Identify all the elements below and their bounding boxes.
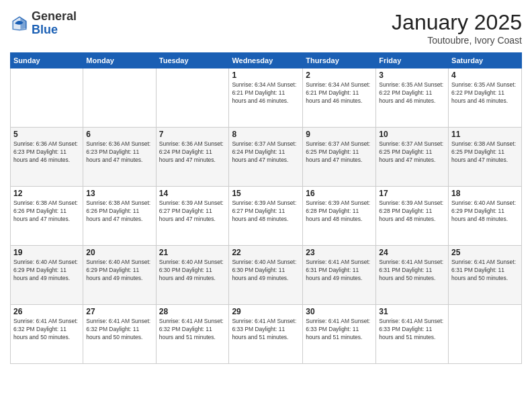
day-info: Sunrise: 6:41 AM Sunset: 6:32 PM Dayligh… bbox=[86, 318, 152, 342]
day-info: Sunrise: 6:40 AM Sunset: 6:29 PM Dayligh… bbox=[86, 259, 152, 283]
day-number: 21 bbox=[159, 248, 226, 257]
calendar-cell bbox=[449, 305, 522, 364]
day-number: 4 bbox=[451, 71, 519, 80]
calendar-cell: 5Sunrise: 6:36 AM Sunset: 6:23 PM Daylig… bbox=[11, 128, 83, 187]
weekday-friday: Friday bbox=[376, 53, 449, 68]
day-info: Sunrise: 6:41 AM Sunset: 6:33 PM Dayligh… bbox=[306, 318, 373, 342]
day-info: Sunrise: 6:41 AM Sunset: 6:31 PM Dayligh… bbox=[451, 259, 519, 283]
calendar-table: SundayMondayTuesdayWednesdayThursdayFrid… bbox=[10, 52, 522, 364]
day-number: 13 bbox=[86, 189, 152, 198]
day-info: Sunrise: 6:37 AM Sunset: 6:24 PM Dayligh… bbox=[232, 140, 300, 165]
week-row-1: 5Sunrise: 6:36 AM Sunset: 6:23 PM Daylig… bbox=[11, 128, 522, 187]
calendar-cell bbox=[11, 68, 83, 128]
calendar-cell: 11Sunrise: 6:38 AM Sunset: 6:25 PM Dayli… bbox=[449, 128, 522, 187]
day-number: 28 bbox=[159, 307, 226, 316]
calendar-cell: 22Sunrise: 6:40 AM Sunset: 6:30 PM Dayli… bbox=[229, 246, 303, 305]
calendar-cell: 31Sunrise: 6:41 AM Sunset: 6:33 PM Dayli… bbox=[376, 305, 449, 364]
location-subtitle: Toutoubre, Ivory Coast bbox=[392, 35, 522, 46]
day-number: 26 bbox=[13, 307, 80, 316]
calendar-cell bbox=[156, 68, 229, 128]
calendar-cell: 14Sunrise: 6:39 AM Sunset: 6:27 PM Dayli… bbox=[156, 187, 229, 246]
calendar-cell: 23Sunrise: 6:41 AM Sunset: 6:31 PM Dayli… bbox=[303, 246, 376, 305]
weekday-thursday: Thursday bbox=[303, 53, 376, 68]
day-number: 22 bbox=[232, 248, 300, 257]
day-number: 29 bbox=[232, 307, 300, 316]
day-info: Sunrise: 6:40 AM Sunset: 6:30 PM Dayligh… bbox=[159, 259, 226, 283]
calendar-cell: 17Sunrise: 6:39 AM Sunset: 6:28 PM Dayli… bbox=[376, 187, 449, 246]
day-number: 10 bbox=[379, 130, 445, 139]
day-info: Sunrise: 6:34 AM Sunset: 6:21 PM Dayligh… bbox=[232, 81, 300, 105]
day-info: Sunrise: 6:38 AM Sunset: 6:26 PM Dayligh… bbox=[13, 199, 80, 224]
day-number: 15 bbox=[232, 189, 300, 198]
day-info: Sunrise: 6:37 AM Sunset: 6:25 PM Dayligh… bbox=[306, 140, 373, 165]
calendar-cell: 16Sunrise: 6:39 AM Sunset: 6:28 PM Dayli… bbox=[303, 187, 376, 246]
day-info: Sunrise: 6:41 AM Sunset: 6:32 PM Dayligh… bbox=[159, 318, 226, 342]
day-number: 31 bbox=[379, 307, 445, 316]
day-info: Sunrise: 6:41 AM Sunset: 6:31 PM Dayligh… bbox=[306, 259, 373, 283]
day-number: 30 bbox=[306, 307, 373, 316]
day-info: Sunrise: 6:36 AM Sunset: 6:23 PM Dayligh… bbox=[86, 140, 152, 165]
calendar-cell: 25Sunrise: 6:41 AM Sunset: 6:31 PM Dayli… bbox=[449, 246, 522, 305]
calendar-cell: 3Sunrise: 6:35 AM Sunset: 6:22 PM Daylig… bbox=[376, 68, 449, 128]
day-info: Sunrise: 6:38 AM Sunset: 6:26 PM Dayligh… bbox=[86, 199, 152, 224]
calendar-cell: 29Sunrise: 6:41 AM Sunset: 6:33 PM Dayli… bbox=[229, 305, 303, 364]
calendar-cell: 30Sunrise: 6:41 AM Sunset: 6:33 PM Dayli… bbox=[303, 305, 376, 364]
calendar-cell: 7Sunrise: 6:36 AM Sunset: 6:24 PM Daylig… bbox=[156, 128, 229, 187]
day-number: 25 bbox=[451, 248, 519, 257]
day-info: Sunrise: 6:40 AM Sunset: 6:29 PM Dayligh… bbox=[13, 259, 80, 283]
day-number: 23 bbox=[306, 248, 373, 257]
calendar-cell: 24Sunrise: 6:41 AM Sunset: 6:31 PM Dayli… bbox=[376, 246, 449, 305]
calendar-cell: 18Sunrise: 6:40 AM Sunset: 6:29 PM Dayli… bbox=[449, 187, 522, 246]
day-info: Sunrise: 6:41 AM Sunset: 6:33 PM Dayligh… bbox=[379, 318, 445, 342]
day-info: Sunrise: 6:37 AM Sunset: 6:25 PM Dayligh… bbox=[379, 140, 445, 165]
day-info: Sunrise: 6:40 AM Sunset: 6:29 PM Dayligh… bbox=[451, 199, 519, 224]
weekday-wednesday: Wednesday bbox=[229, 53, 303, 68]
day-info: Sunrise: 6:39 AM Sunset: 6:28 PM Dayligh… bbox=[306, 199, 373, 224]
month-title: January 2025 bbox=[392, 10, 522, 35]
calendar-cell: 19Sunrise: 6:40 AM Sunset: 6:29 PM Dayli… bbox=[11, 246, 83, 305]
day-number: 5 bbox=[13, 130, 80, 139]
weekday-tuesday: Tuesday bbox=[156, 53, 229, 68]
day-number: 12 bbox=[13, 189, 80, 198]
day-number: 18 bbox=[451, 189, 519, 198]
day-info: Sunrise: 6:34 AM Sunset: 6:21 PM Dayligh… bbox=[306, 81, 373, 105]
day-number: 17 bbox=[379, 189, 445, 198]
weekday-monday: Monday bbox=[83, 53, 156, 68]
logo-icon bbox=[10, 14, 29, 33]
calendar-cell: 27Sunrise: 6:41 AM Sunset: 6:32 PM Dayli… bbox=[83, 305, 156, 364]
week-row-2: 12Sunrise: 6:38 AM Sunset: 6:26 PM Dayli… bbox=[11, 187, 522, 246]
calendar-cell: 28Sunrise: 6:41 AM Sunset: 6:32 PM Dayli… bbox=[156, 305, 229, 364]
calendar-cell: 2Sunrise: 6:34 AM Sunset: 6:21 PM Daylig… bbox=[303, 68, 376, 128]
calendar-cell: 4Sunrise: 6:35 AM Sunset: 6:22 PM Daylig… bbox=[449, 68, 522, 128]
logo: General Blue bbox=[10, 10, 77, 37]
day-number: 20 bbox=[86, 248, 152, 257]
day-info: Sunrise: 6:41 AM Sunset: 6:32 PM Dayligh… bbox=[13, 318, 80, 342]
calendar-cell: 21Sunrise: 6:40 AM Sunset: 6:30 PM Dayli… bbox=[156, 246, 229, 305]
day-number: 24 bbox=[379, 248, 445, 257]
weekday-saturday: Saturday bbox=[449, 53, 522, 68]
day-info: Sunrise: 6:39 AM Sunset: 6:27 PM Dayligh… bbox=[159, 199, 226, 224]
header: General Blue January 2025 Toutoubre, Ivo… bbox=[10, 10, 522, 46]
day-number: 7 bbox=[159, 130, 226, 139]
calendar-cell: 26Sunrise: 6:41 AM Sunset: 6:32 PM Dayli… bbox=[11, 305, 83, 364]
day-number: 16 bbox=[306, 189, 373, 198]
day-number: 3 bbox=[379, 71, 445, 80]
calendar-cell: 6Sunrise: 6:36 AM Sunset: 6:23 PM Daylig… bbox=[83, 128, 156, 187]
day-number: 2 bbox=[306, 71, 373, 80]
calendar-body: 1Sunrise: 6:34 AM Sunset: 6:21 PM Daylig… bbox=[11, 68, 522, 364]
logo-text: General Blue bbox=[32, 10, 77, 37]
day-info: Sunrise: 6:39 AM Sunset: 6:28 PM Dayligh… bbox=[379, 199, 445, 224]
day-info: Sunrise: 6:41 AM Sunset: 6:31 PM Dayligh… bbox=[379, 259, 445, 283]
calendar-cell bbox=[83, 68, 156, 128]
day-number: 19 bbox=[13, 248, 80, 257]
day-info: Sunrise: 6:35 AM Sunset: 6:22 PM Dayligh… bbox=[451, 81, 519, 105]
day-info: Sunrise: 6:36 AM Sunset: 6:24 PM Dayligh… bbox=[159, 140, 226, 165]
calendar-cell: 10Sunrise: 6:37 AM Sunset: 6:25 PM Dayli… bbox=[376, 128, 449, 187]
calendar-cell: 20Sunrise: 6:40 AM Sunset: 6:29 PM Dayli… bbox=[83, 246, 156, 305]
week-row-0: 1Sunrise: 6:34 AM Sunset: 6:21 PM Daylig… bbox=[11, 68, 522, 128]
day-number: 6 bbox=[86, 130, 152, 139]
day-info: Sunrise: 6:39 AM Sunset: 6:27 PM Dayligh… bbox=[232, 199, 300, 224]
calendar-cell: 9Sunrise: 6:37 AM Sunset: 6:25 PM Daylig… bbox=[303, 128, 376, 187]
week-row-4: 26Sunrise: 6:41 AM Sunset: 6:32 PM Dayli… bbox=[11, 305, 522, 364]
weekday-header-row: SundayMondayTuesdayWednesdayThursdayFrid… bbox=[11, 53, 522, 68]
